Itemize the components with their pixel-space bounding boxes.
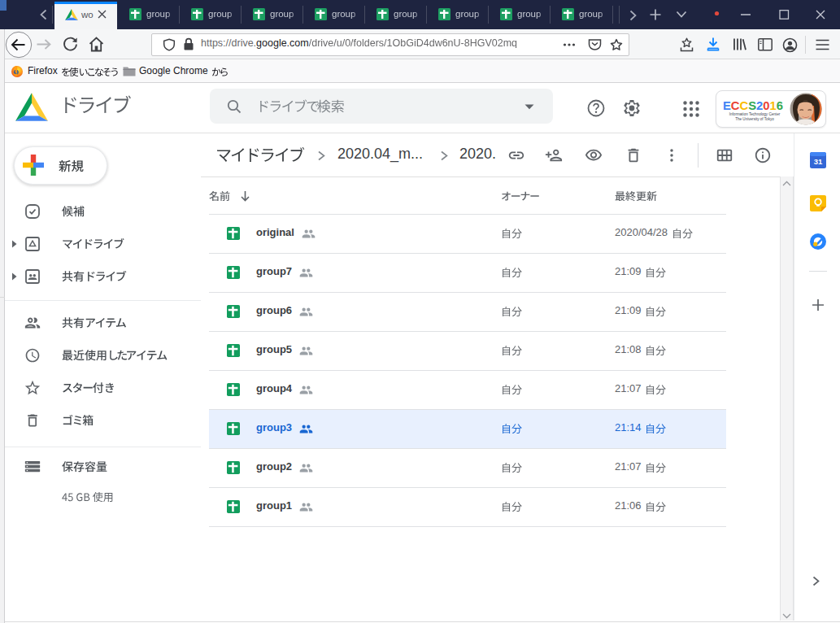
svg-text:31: 31 [814,157,823,166]
